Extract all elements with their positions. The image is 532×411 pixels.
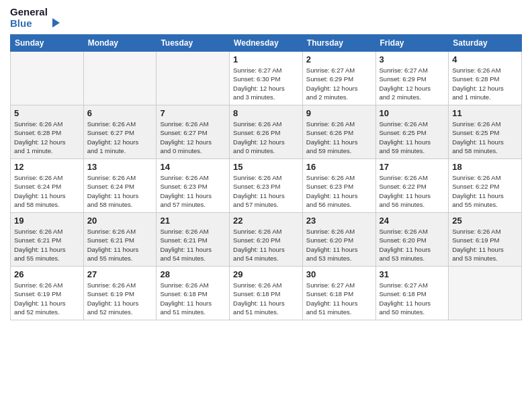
day-info: Sunrise: 6:27 AM Sunset: 6:18 PM Dayligh…: [380, 281, 445, 316]
day-info: Sunrise: 6:27 AM Sunset: 6:29 PM Dayligh…: [380, 66, 445, 101]
logo: General Blue: [10, 7, 61, 29]
day-number: 6: [87, 108, 153, 118]
day-number: 28: [160, 269, 226, 279]
calendar-cell: 20Sunrise: 6:26 AM Sunset: 6:21 PM Dayli…: [83, 213, 157, 267]
weekday-header-tuesday: Tuesday: [157, 35, 230, 52]
weekday-header-wednesday: Wednesday: [230, 35, 303, 52]
logo-arrow-icon: [49, 17, 61, 29]
calendar-cell: 31Sunrise: 6:27 AM Sunset: 6:18 PM Dayli…: [375, 267, 449, 320]
weekday-header-row: SundayMondayTuesdayWednesdayThursdayFrid…: [11, 35, 522, 52]
logo-line2: Blue: [10, 18, 32, 30]
calendar-cell: 17Sunrise: 6:26 AM Sunset: 6:22 PM Dayli…: [375, 159, 449, 213]
calendar-cell: 8Sunrise: 6:26 AM Sunset: 6:26 PM Daylig…: [230, 105, 303, 159]
day-number: 1: [233, 54, 299, 64]
day-number: 25: [452, 216, 518, 226]
day-number: 16: [306, 162, 372, 172]
calendar-cell: 29Sunrise: 6:26 AM Sunset: 6:18 PM Dayli…: [230, 267, 303, 320]
day-number: 4: [452, 54, 518, 64]
calendar-cell: 22Sunrise: 6:26 AM Sunset: 6:20 PM Dayli…: [230, 213, 303, 267]
week-row-2: 5Sunrise: 6:26 AM Sunset: 6:28 PM Daylig…: [11, 105, 522, 159]
calendar-cell: [157, 52, 230, 105]
day-number: 22: [233, 216, 299, 226]
calendar-cell: 16Sunrise: 6:26 AM Sunset: 6:23 PM Dayli…: [302, 159, 375, 213]
day-number: 11: [452, 108, 518, 118]
calendar-cell: [83, 52, 157, 105]
day-info: Sunrise: 6:26 AM Sunset: 6:21 PM Dayligh…: [87, 227, 153, 263]
day-info: Sunrise: 6:26 AM Sunset: 6:18 PM Dayligh…: [233, 281, 299, 316]
day-number: 23: [306, 216, 372, 226]
calendar-cell: 26Sunrise: 6:26 AM Sunset: 6:19 PM Dayli…: [11, 267, 84, 320]
day-number: 19: [14, 216, 80, 226]
calendar-cell: 23Sunrise: 6:26 AM Sunset: 6:20 PM Dayli…: [302, 213, 375, 267]
day-number: 8: [233, 108, 299, 118]
calendar-cell: [449, 267, 522, 320]
calendar-cell: 24Sunrise: 6:26 AM Sunset: 6:20 PM Dayli…: [375, 213, 449, 267]
day-number: 10: [380, 108, 445, 118]
day-info: Sunrise: 6:26 AM Sunset: 6:23 PM Dayligh…: [160, 173, 226, 209]
header: General Blue: [10, 7, 522, 29]
calendar-cell: 21Sunrise: 6:26 AM Sunset: 6:21 PM Dayli…: [157, 213, 230, 267]
weekday-header-thursday: Thursday: [302, 35, 375, 52]
day-info: Sunrise: 6:26 AM Sunset: 6:22 PM Dayligh…: [380, 173, 445, 209]
weekday-header-monday: Monday: [83, 35, 157, 52]
day-info: Sunrise: 6:26 AM Sunset: 6:26 PM Dayligh…: [233, 120, 299, 155]
day-info: Sunrise: 6:26 AM Sunset: 6:27 PM Dayligh…: [87, 120, 153, 155]
calendar-cell: 7Sunrise: 6:26 AM Sunset: 6:27 PM Daylig…: [157, 105, 230, 159]
calendar-cell: 4Sunrise: 6:26 AM Sunset: 6:28 PM Daylig…: [449, 52, 522, 105]
day-info: Sunrise: 6:26 AM Sunset: 6:24 PM Dayligh…: [14, 173, 80, 209]
day-info: Sunrise: 6:27 AM Sunset: 6:29 PM Dayligh…: [306, 66, 372, 101]
week-row-3: 12Sunrise: 6:26 AM Sunset: 6:24 PM Dayli…: [11, 159, 522, 213]
weekday-header-saturday: Saturday: [449, 35, 522, 52]
day-info: Sunrise: 6:26 AM Sunset: 6:18 PM Dayligh…: [160, 281, 226, 316]
day-number: 9: [306, 108, 372, 118]
logo-line1: General: [10, 7, 48, 18]
calendar-cell: 25Sunrise: 6:26 AM Sunset: 6:19 PM Dayli…: [449, 213, 522, 267]
calendar-cell: 13Sunrise: 6:26 AM Sunset: 6:24 PM Dayli…: [83, 159, 157, 213]
week-row-4: 19Sunrise: 6:26 AM Sunset: 6:21 PM Dayli…: [11, 213, 522, 267]
calendar-cell: 19Sunrise: 6:26 AM Sunset: 6:21 PM Dayli…: [11, 213, 84, 267]
calendar-cell: 27Sunrise: 6:26 AM Sunset: 6:19 PM Dayli…: [83, 267, 157, 320]
day-number: 29: [233, 269, 299, 279]
calendar-cell: 3Sunrise: 6:27 AM Sunset: 6:29 PM Daylig…: [375, 52, 449, 105]
day-number: 14: [160, 162, 226, 172]
calendar-table: SundayMondayTuesdayWednesdayThursdayFrid…: [10, 34, 522, 320]
week-row-1: 1Sunrise: 6:27 AM Sunset: 6:30 PM Daylig…: [11, 52, 522, 105]
day-info: Sunrise: 6:26 AM Sunset: 6:22 PM Dayligh…: [452, 173, 518, 209]
calendar-cell: 10Sunrise: 6:26 AM Sunset: 6:25 PM Dayli…: [375, 105, 449, 159]
day-number: 20: [87, 216, 153, 226]
day-info: Sunrise: 6:26 AM Sunset: 6:23 PM Dayligh…: [233, 173, 299, 209]
day-number: 7: [160, 108, 226, 118]
day-number: 31: [380, 269, 445, 279]
calendar-cell: [11, 52, 84, 105]
day-number: 3: [380, 54, 445, 64]
calendar-cell: 30Sunrise: 6:27 AM Sunset: 6:18 PM Dayli…: [302, 267, 375, 320]
week-row-5: 26Sunrise: 6:26 AM Sunset: 6:19 PM Dayli…: [11, 267, 522, 320]
calendar-cell: 18Sunrise: 6:26 AM Sunset: 6:22 PM Dayli…: [449, 159, 522, 213]
day-number: 26: [14, 269, 80, 279]
day-info: Sunrise: 6:26 AM Sunset: 6:21 PM Dayligh…: [14, 227, 80, 263]
day-info: Sunrise: 6:26 AM Sunset: 6:19 PM Dayligh…: [452, 227, 518, 263]
day-info: Sunrise: 6:26 AM Sunset: 6:28 PM Dayligh…: [14, 120, 80, 155]
day-info: Sunrise: 6:26 AM Sunset: 6:23 PM Dayligh…: [306, 173, 372, 209]
day-info: Sunrise: 6:26 AM Sunset: 6:19 PM Dayligh…: [14, 281, 80, 316]
day-info: Sunrise: 6:26 AM Sunset: 6:25 PM Dayligh…: [452, 120, 518, 155]
day-info: Sunrise: 6:26 AM Sunset: 6:26 PM Dayligh…: [306, 120, 372, 155]
day-info: Sunrise: 6:26 AM Sunset: 6:24 PM Dayligh…: [87, 173, 153, 209]
weekday-header-friday: Friday: [375, 35, 449, 52]
day-number: 15: [233, 162, 299, 172]
calendar-cell: 11Sunrise: 6:26 AM Sunset: 6:25 PM Dayli…: [449, 105, 522, 159]
calendar-cell: 12Sunrise: 6:26 AM Sunset: 6:24 PM Dayli…: [11, 159, 84, 213]
day-number: 13: [87, 162, 153, 172]
calendar-cell: 2Sunrise: 6:27 AM Sunset: 6:29 PM Daylig…: [302, 52, 375, 105]
calendar-cell: 14Sunrise: 6:26 AM Sunset: 6:23 PM Dayli…: [157, 159, 230, 213]
calendar-cell: 6Sunrise: 6:26 AM Sunset: 6:27 PM Daylig…: [83, 105, 157, 159]
day-number: 12: [14, 162, 80, 172]
day-number: 30: [306, 269, 372, 279]
day-info: Sunrise: 6:26 AM Sunset: 6:28 PM Dayligh…: [452, 66, 518, 101]
day-info: Sunrise: 6:26 AM Sunset: 6:27 PM Dayligh…: [160, 120, 226, 155]
day-info: Sunrise: 6:26 AM Sunset: 6:20 PM Dayligh…: [233, 227, 299, 263]
day-info: Sunrise: 6:26 AM Sunset: 6:21 PM Dayligh…: [160, 227, 226, 263]
day-number: 2: [306, 54, 372, 64]
day-number: 27: [87, 269, 153, 279]
day-info: Sunrise: 6:26 AM Sunset: 6:20 PM Dayligh…: [306, 227, 372, 263]
